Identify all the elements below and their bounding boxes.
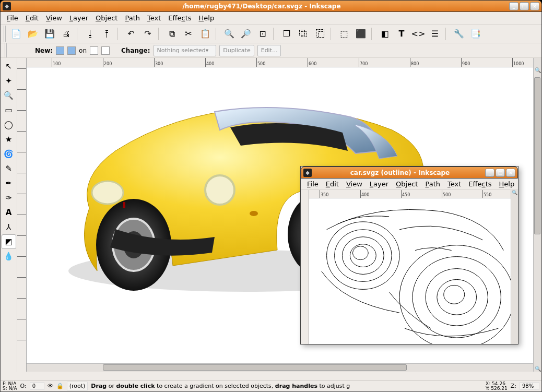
menu-layer[interactable]: Layer <box>367 179 392 189</box>
separator <box>445 28 449 40</box>
menu-view[interactable]: View <box>43 13 65 23</box>
svg-point-12 <box>342 237 384 275</box>
gradient-linear-icon[interactable] <box>56 46 64 55</box>
outline-window-titlebar[interactable]: ◆ car.svgz (outline) - Inkscape _ □ × <box>301 167 518 179</box>
outline-scrollbar-vertical[interactable]: 🔍 <box>511 190 518 344</box>
pencil-tool[interactable]: ✎ <box>2 161 16 176</box>
gradient-selector-dropdown[interactable]: Nothing selected ▾ <box>154 45 217 56</box>
menu-edit[interactable]: Edit <box>323 179 342 189</box>
save-button[interactable]: 💾 <box>42 27 57 41</box>
inkscape-icon: ◆ <box>3 2 11 10</box>
align-button[interactable]: ☰ <box>428 27 442 41</box>
undo-button[interactable]: ↶ <box>124 27 138 41</box>
menu-text[interactable]: Text <box>144 13 164 23</box>
outline-ruler-vertical[interactable] <box>301 190 309 344</box>
zoom-in-icon[interactable]: 🔍 <box>511 190 518 195</box>
menu-effects[interactable]: Effects <box>165 13 194 23</box>
ungroup-button[interactable]: ⬛ <box>354 27 368 41</box>
ruler-vertical[interactable] <box>17 58 27 372</box>
star-tool[interactable]: ★ <box>2 132 16 147</box>
scrollbar-horizontal[interactable] <box>27 363 533 372</box>
menu-layer[interactable]: Layer <box>66 13 91 23</box>
bezier-tool[interactable]: ✒ <box>2 176 16 191</box>
menu-edit[interactable]: Edit <box>22 13 42 23</box>
import-button[interactable]: ⭳ <box>83 27 98 41</box>
toolbar-grip[interactable] <box>5 43 8 57</box>
open-file-button[interactable]: 📂 <box>26 27 40 41</box>
ruler-horizontal[interactable]: 1002003004005006007008009001000 <box>27 58 533 67</box>
unlink-button[interactable]: ⿸ <box>313 27 327 41</box>
outline-window[interactable]: ◆ car.svgz (outline) - Inkscape _ □ × Fi… <box>300 166 519 345</box>
group-button[interactable]: ⬚ <box>337 27 351 41</box>
connector-tool[interactable]: ⅄ <box>2 220 16 234</box>
ellipse-tool[interactable]: ◯ <box>2 117 16 132</box>
new-file-button[interactable]: 📄 <box>9 27 23 41</box>
menu-object[interactable]: Object <box>92 13 121 23</box>
separator <box>117 28 121 40</box>
menu-effects[interactable]: Effects <box>465 179 494 189</box>
print-button[interactable]: 🖨 <box>59 27 74 41</box>
fill-stroke-button[interactable]: ◧ <box>378 27 392 41</box>
menu-view[interactable]: View <box>343 179 366 189</box>
scrollbar-vertical[interactable]: 🔍 🔍 <box>533 58 541 372</box>
zoom-tool[interactable]: 🔍 <box>2 88 16 103</box>
gradient-radial-icon[interactable] <box>67 46 76 55</box>
duplicate-gradient-button[interactable]: Duplicate <box>219 45 254 56</box>
menu-text[interactable]: Text <box>444 179 464 189</box>
menu-path[interactable]: Path <box>122 13 143 23</box>
opacity-input[interactable] <box>30 382 44 390</box>
menu-path[interactable]: Path <box>422 179 443 189</box>
minimize-button[interactable]: _ <box>485 169 494 177</box>
menu-object[interactable]: Object <box>393 179 421 189</box>
spiral-tool[interactable]: 🌀 <box>2 147 16 161</box>
zoom-page-button[interactable]: ⊡ <box>255 27 270 41</box>
edit-gradient-button[interactable]: Edit... <box>257 45 281 56</box>
maximize-button[interactable]: □ <box>520 2 529 10</box>
zoom-input[interactable] <box>520 382 539 390</box>
duplicate-button[interactable]: ❐ <box>279 27 294 41</box>
menu-file[interactable]: File <box>4 13 21 23</box>
text-tool[interactable]: A <box>2 205 16 220</box>
layer-selector[interactable]: (root) <box>67 382 88 390</box>
outline-canvas[interactable] <box>309 198 511 344</box>
copy-button[interactable]: ⧉ <box>164 27 179 41</box>
zoom-selection-button[interactable]: 🔍 <box>222 27 237 41</box>
redo-button[interactable]: ↷ <box>140 27 155 41</box>
gradient-tool[interactable]: ◩ <box>2 234 16 249</box>
fill-target-icon[interactable] <box>90 46 98 55</box>
main-window-titlebar[interactable]: ◆ /home/rugby471/Desktop/car.svgz - Inks… <box>0 0 542 12</box>
text-dialog-button[interactable]: T <box>394 27 409 41</box>
xml-button[interactable]: <> <box>411 27 426 41</box>
node-tool[interactable]: ✦ <box>2 74 16 88</box>
layer-lock-icon[interactable]: 🔒 <box>56 383 64 389</box>
svg-point-7 <box>205 175 234 205</box>
close-button[interactable]: × <box>530 2 539 10</box>
calligraphy-tool[interactable]: ✑ <box>2 191 16 205</box>
stroke-target-icon[interactable] <box>101 46 110 55</box>
outline-ruler-horizontal[interactable]: 350400450500550 <box>309 190 511 198</box>
svg-point-10 <box>327 222 400 290</box>
paste-button[interactable]: 📋 <box>198 27 213 41</box>
menu-help[interactable]: Help <box>196 13 218 23</box>
window-title: /home/rugby471/Desktop/car.svgz - Inksca… <box>14 3 509 10</box>
zoom-out-icon[interactable]: 🔍 <box>534 366 541 372</box>
zoom-drawing-button[interactable]: 🔎 <box>239 27 253 41</box>
close-button[interactable]: × <box>506 169 515 177</box>
preferences-button[interactable]: 🔧 <box>452 27 466 41</box>
selector-tool[interactable]: ↖ <box>2 59 16 74</box>
clone-button[interactable]: ⿻ <box>296 27 311 41</box>
separator <box>331 28 334 40</box>
fill-stroke-indicator[interactable]: F: N/A S: N/A <box>3 382 17 391</box>
docprops-button[interactable]: 📑 <box>468 27 483 41</box>
toolbar-grip[interactable] <box>4 26 7 42</box>
cut-button[interactable]: ✂ <box>181 27 196 41</box>
menu-help[interactable]: Help <box>496 179 518 189</box>
zoom-in-icon[interactable]: 🔍 <box>534 67 541 73</box>
dropper-tool[interactable]: 💧 <box>2 249 16 264</box>
rect-tool[interactable]: ▭ <box>2 103 16 117</box>
menu-file[interactable]: File <box>304 179 322 189</box>
maximize-button[interactable]: □ <box>496 169 505 177</box>
minimize-button[interactable]: _ <box>509 2 519 10</box>
export-button[interactable]: ⭱ <box>100 27 114 41</box>
layer-visibility-icon[interactable]: 👁 <box>48 383 53 389</box>
